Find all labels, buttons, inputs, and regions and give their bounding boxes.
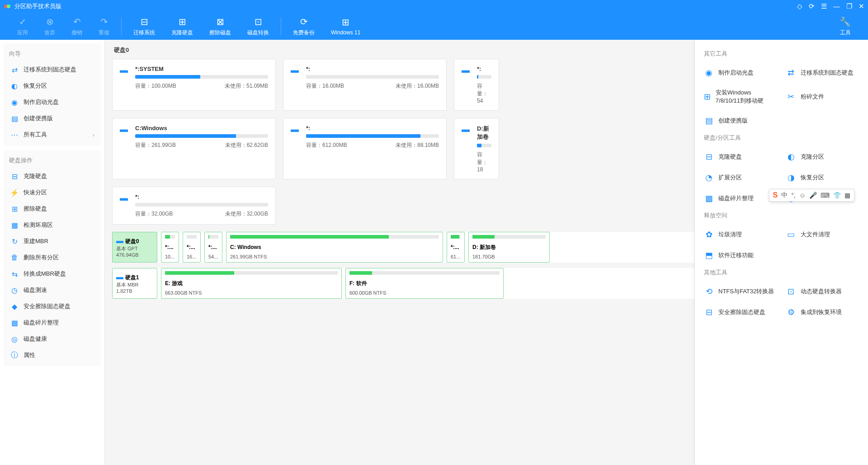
sidebar-item[interactable]: ◐恢复分区 bbox=[4, 78, 101, 94]
undo-button[interactable]: ↶撤销 bbox=[63, 13, 90, 40]
tool-label: 恢复分区 bbox=[801, 174, 824, 182]
tools-panel-item[interactable]: ▭大文件清理 bbox=[786, 226, 859, 243]
usage-bar bbox=[135, 75, 268, 79]
rp-section: 其它工具 bbox=[704, 50, 859, 58]
disk-segment[interactable]: *:... 16... bbox=[183, 232, 201, 263]
app-logo-icon bbox=[4, 3, 11, 10]
tools-panel: 其它工具 ◉制作启动光盘⇄迁移系统到固态硬盘⊞安装Windows 7/8/10/… bbox=[694, 40, 868, 465]
tools-panel-item[interactable]: ⊡动态硬盘转换器 bbox=[786, 283, 859, 300]
ime-toolbox-icon[interactable]: ▦ bbox=[844, 192, 850, 199]
sidebar-label: 迁移系统到固态硬盘 bbox=[24, 66, 76, 74]
maximize-icon[interactable]: ❐ bbox=[846, 2, 852, 10]
sidebar-item[interactable]: 🗑删除所有分区 bbox=[4, 249, 101, 266]
tool-icon: ⟲ bbox=[704, 287, 714, 296]
disk-info[interactable]: ▬ 硬盘1 基本 MBR 1.82TB bbox=[112, 268, 157, 299]
tool-icon: ⊞ bbox=[704, 92, 711, 102]
sidebar-label: 检测坏扇区 bbox=[24, 221, 53, 229]
unused-label: 未使用：88.10MB bbox=[396, 141, 439, 149]
tools-panel-item[interactable]: ✂粉碎文件 bbox=[786, 85, 859, 108]
partition-card[interactable]: ▬ *: 容量：16.00MB未使用：16.00MB bbox=[283, 59, 447, 111]
tools-panel-item[interactable]: ◑恢复分区 bbox=[786, 169, 859, 186]
tools-panel-item[interactable]: ⊟安全擦除固态硬盘 bbox=[704, 304, 777, 321]
tools-panel-item[interactable]: ⬒软件迁移功能 bbox=[704, 247, 777, 264]
disk-segment[interactable]: C: Windows 261.99GB NTFS bbox=[226, 232, 443, 263]
sidebar-item[interactable]: ▦检测坏扇区 bbox=[4, 217, 101, 233]
tools-panel-item[interactable]: ✿垃圾清理 bbox=[704, 226, 777, 243]
tools-panel-item[interactable]: ⚙集成到恢复环境 bbox=[786, 304, 859, 321]
disk-icon: ▬ bbox=[116, 237, 123, 244]
sidebar-item[interactable]: ⓘ属性 bbox=[4, 347, 101, 363]
tool-label: 创建便携版 bbox=[718, 117, 748, 125]
sidebar-item[interactable]: ◉制作启动光盘 bbox=[4, 94, 101, 110]
sidebar-icon: ⋯ bbox=[10, 130, 19, 139]
tools-panel-item[interactable]: ⊞安装Windows 7/8/10/11到移动硬 bbox=[704, 85, 777, 108]
disk-info[interactable]: ▬ 硬盘0 基本 GPT 476.94GB bbox=[112, 232, 157, 263]
discard-button[interactable]: ⊗放弃 bbox=[36, 13, 63, 40]
sidebar-icon: ⓘ bbox=[10, 351, 19, 360]
sidebar-item[interactable]: ⇄迁移系统到固态硬盘 bbox=[4, 61, 101, 78]
tools-panel-item[interactable]: ⟲NTFS与FAT32转换器 bbox=[704, 283, 777, 300]
disk-segment[interactable]: D: 新加卷 181.70GB bbox=[468, 232, 550, 263]
sidebar-item[interactable]: ⚡快速分区 bbox=[4, 184, 101, 201]
tools-panel-item[interactable]: ⊟克隆硬盘 bbox=[704, 148, 777, 165]
clone-disk-button[interactable]: ⊞克隆硬盘 bbox=[163, 13, 201, 40]
disk-segment[interactable]: F: 软件 600.00GB NTFS bbox=[345, 268, 504, 299]
sidebar-item[interactable]: ⋯所有工具› bbox=[4, 127, 101, 143]
tool-icon: ▩ bbox=[704, 193, 714, 203]
disk-segment[interactable]: *:... 10... bbox=[161, 232, 179, 263]
tool-icon: ⇄ bbox=[786, 68, 796, 78]
diamond-icon[interactable]: ◇ bbox=[797, 2, 802, 10]
minimize-icon[interactable]: — bbox=[833, 2, 840, 10]
tools-panel-item[interactable]: ◐克隆分区 bbox=[786, 148, 859, 165]
sidebar-item[interactable]: ▤创建便携版 bbox=[4, 110, 101, 127]
tools-button[interactable]: 🔧工具 bbox=[831, 13, 859, 40]
partition-card[interactable]: ▬ *:SYSTEM 容量：100.00MB未使用：51.09MB bbox=[112, 59, 276, 111]
partition-card[interactable]: ▬ *: 容量：32.00GB未使用：32.00GB bbox=[112, 187, 276, 225]
ime-emoji-icon[interactable]: ☺ bbox=[799, 192, 806, 199]
tool-icon: ⊟ bbox=[704, 152, 714, 162]
check-icon: ✓ bbox=[19, 16, 27, 27]
tools-panel-item[interactable]: ◔扩展分区 bbox=[704, 169, 777, 186]
toolbar-separator bbox=[121, 17, 122, 35]
ime-toolbar[interactable]: S 中 °, ☺ 🎤 ⌨ 👕 ▦ bbox=[769, 189, 854, 202]
partition-name: *: bbox=[477, 66, 491, 72]
ime-punct-icon[interactable]: °, bbox=[791, 192, 796, 199]
sidebar-item[interactable]: ◷磁盘测速 bbox=[4, 282, 101, 298]
redo-button[interactable]: ↷重做 bbox=[90, 13, 118, 40]
migrate-os-button[interactable]: ⊟迁移系统 bbox=[125, 13, 163, 40]
windows11-button[interactable]: ⊞Windows 11 bbox=[323, 13, 368, 40]
tools-panel-item[interactable]: ▤创建便携版 bbox=[704, 112, 777, 129]
usage-bar bbox=[306, 134, 439, 138]
sidebar-item[interactable]: ⊟克隆硬盘 bbox=[4, 168, 101, 184]
sidebar-icon: ⇄ bbox=[10, 65, 19, 74]
tools-panel-item[interactable]: ▩磁盘碎片整理 bbox=[704, 190, 777, 207]
partition-card[interactable]: ▬ *: 容量：612.00MB未使用：88.10MB bbox=[283, 118, 447, 179]
tools-panel-item[interactable]: ⇄迁移系统到固态硬盘 bbox=[786, 64, 859, 81]
wipe-disk-button[interactable]: ⊠擦除磁盘 bbox=[201, 13, 239, 40]
sidebar-item[interactable]: ⇆转换成MBR硬盘 bbox=[4, 266, 101, 282]
close-icon[interactable]: ✕ bbox=[859, 2, 864, 10]
ime-keyboard-icon[interactable]: ⌨ bbox=[821, 192, 830, 199]
disk-segment[interactable]: *:... 61... bbox=[447, 232, 465, 263]
sidebar-item[interactable]: ↻重建MBR bbox=[4, 233, 101, 249]
apply-button[interactable]: ✓应用 bbox=[9, 13, 36, 40]
ime-mic-icon[interactable]: 🎤 bbox=[809, 192, 817, 199]
sidebar-item[interactable]: ▩磁盘碎片整理 bbox=[4, 315, 101, 331]
partition-card[interactable]: ▬ *: 容量：54 bbox=[454, 59, 499, 111]
sidebar: 向导 ⇄迁移系统到固态硬盘◐恢复分区◉制作启动光盘▤创建便携版⋯所有工具› 硬盘… bbox=[0, 40, 105, 465]
free-backup-button[interactable]: ⟳免费备份 bbox=[285, 13, 323, 40]
ime-lang[interactable]: 中 bbox=[781, 191, 788, 199]
partition-card[interactable]: ▬ C:Windows 容量：261.99GB未使用：62.62GB bbox=[112, 118, 276, 179]
tool-label: NTFS与FAT32转换器 bbox=[718, 287, 774, 296]
ime-skin-icon[interactable]: 👕 bbox=[833, 192, 841, 199]
disk-segment[interactable]: E: 游戏 663.00GB NTFS bbox=[161, 268, 342, 299]
sidebar-item[interactable]: ◎磁盘健康 bbox=[4, 331, 101, 347]
refresh-icon[interactable]: ⟳ bbox=[809, 2, 815, 10]
sidebar-item[interactable]: ⊞擦除硬盘 bbox=[4, 201, 101, 217]
tools-panel-item[interactable]: ◉制作启动光盘 bbox=[704, 64, 777, 81]
menu-icon[interactable]: ☰ bbox=[821, 2, 827, 10]
convert-disk-button[interactable]: ⊡磁盘转换 bbox=[239, 13, 277, 40]
sidebar-item[interactable]: ◆安全擦除固态硬盘 bbox=[4, 298, 101, 315]
partition-card[interactable]: ▬ D:新加卷 容量：18 bbox=[454, 118, 499, 179]
disk-segment[interactable]: *:... 54... bbox=[204, 232, 222, 263]
